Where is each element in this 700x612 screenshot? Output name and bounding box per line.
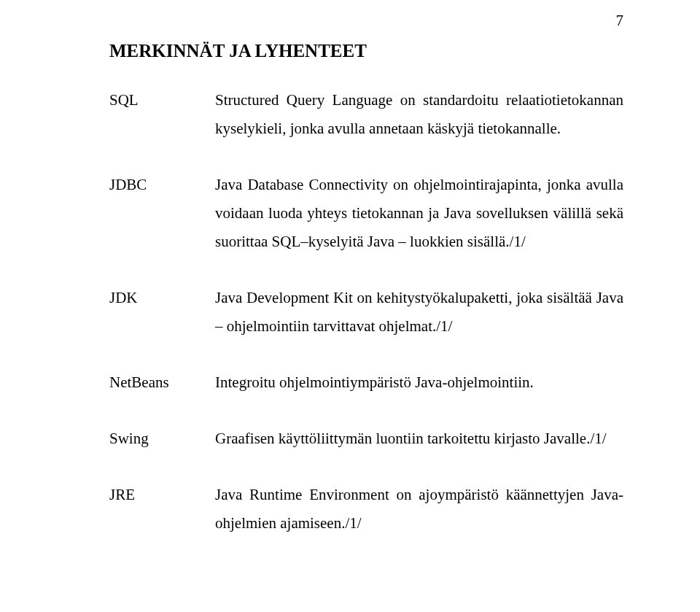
term-label: Swing bbox=[109, 425, 215, 453]
definition-list: SQL Structured Query Language on standar… bbox=[109, 86, 623, 538]
term-definition: Graafisen käyttöliittymän luontiin tarko… bbox=[215, 425, 623, 453]
term-label: JDK bbox=[109, 284, 215, 341]
term-definition: Java Development Kit on kehitystyökalupa… bbox=[215, 284, 623, 341]
document-page: 7 MERKINNÄT JA LYHENTEET SQL Structured … bbox=[0, 0, 700, 612]
term-definition: Structured Query Language on standardoit… bbox=[215, 86, 623, 143]
term-label: JDBC bbox=[109, 171, 215, 256]
term-definition: Java Runtime Environment on ajoympäristö… bbox=[215, 481, 623, 538]
page-number: 7 bbox=[616, 12, 624, 30]
term-definition: Integroitu ohjelmointiympäristö Java-ohj… bbox=[215, 368, 623, 397]
term-label: SQL bbox=[109, 86, 215, 143]
term-label: NetBeans bbox=[109, 368, 215, 397]
term-definition: Java Database Connectivity on ohjelmoint… bbox=[215, 171, 623, 256]
page-title: MERKINNÄT JA LYHENTEET bbox=[109, 41, 623, 61]
term-label: JRE bbox=[109, 481, 215, 538]
